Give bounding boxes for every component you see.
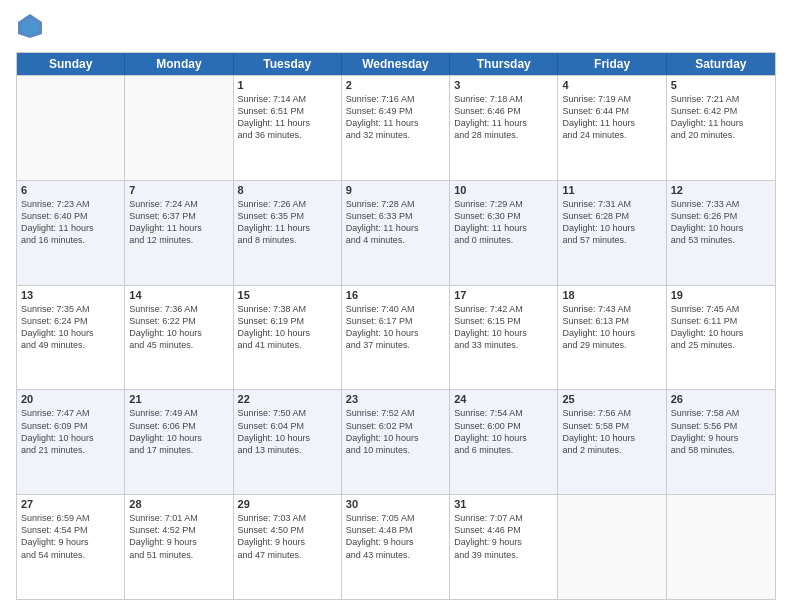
day-number: 17 <box>454 289 553 301</box>
day-number: 1 <box>238 79 337 91</box>
calendar-cell-r1c2: 8Sunrise: 7:26 AM Sunset: 6:35 PM Daylig… <box>234 181 342 285</box>
day-number: 31 <box>454 498 553 510</box>
day-number: 15 <box>238 289 337 301</box>
day-info: Sunrise: 7:24 AM Sunset: 6:37 PM Dayligh… <box>129 198 228 247</box>
header-day-thursday: Thursday <box>450 53 558 75</box>
calendar-row-4: 27Sunrise: 6:59 AM Sunset: 4:54 PM Dayli… <box>17 494 775 599</box>
calendar-cell-r0c5: 4Sunrise: 7:19 AM Sunset: 6:44 PM Daylig… <box>558 76 666 180</box>
day-info: Sunrise: 7:49 AM Sunset: 6:06 PM Dayligh… <box>129 407 228 456</box>
day-number: 24 <box>454 393 553 405</box>
day-info: Sunrise: 7:40 AM Sunset: 6:17 PM Dayligh… <box>346 303 445 352</box>
day-number: 10 <box>454 184 553 196</box>
day-number: 27 <box>21 498 120 510</box>
day-number: 11 <box>562 184 661 196</box>
calendar-cell-r0c4: 3Sunrise: 7:18 AM Sunset: 6:46 PM Daylig… <box>450 76 558 180</box>
calendar-cell-r2c3: 16Sunrise: 7:40 AM Sunset: 6:17 PM Dayli… <box>342 286 450 390</box>
calendar-cell-r3c3: 23Sunrise: 7:52 AM Sunset: 6:02 PM Dayli… <box>342 390 450 494</box>
calendar-cell-r2c1: 14Sunrise: 7:36 AM Sunset: 6:22 PM Dayli… <box>125 286 233 390</box>
calendar-cell-r0c6: 5Sunrise: 7:21 AM Sunset: 6:42 PM Daylig… <box>667 76 775 180</box>
day-info: Sunrise: 7:28 AM Sunset: 6:33 PM Dayligh… <box>346 198 445 247</box>
day-number: 22 <box>238 393 337 405</box>
day-number: 21 <box>129 393 228 405</box>
calendar-cell-r3c4: 24Sunrise: 7:54 AM Sunset: 6:00 PM Dayli… <box>450 390 558 494</box>
header-day-wednesday: Wednesday <box>342 53 450 75</box>
day-number: 7 <box>129 184 228 196</box>
day-number: 29 <box>238 498 337 510</box>
calendar-cell-r0c0 <box>17 76 125 180</box>
calendar-cell-r3c5: 25Sunrise: 7:56 AM Sunset: 5:58 PM Dayli… <box>558 390 666 494</box>
day-info: Sunrise: 7:45 AM Sunset: 6:11 PM Dayligh… <box>671 303 771 352</box>
day-info: Sunrise: 7:01 AM Sunset: 4:52 PM Dayligh… <box>129 512 228 561</box>
day-info: Sunrise: 7:52 AM Sunset: 6:02 PM Dayligh… <box>346 407 445 456</box>
day-info: Sunrise: 7:56 AM Sunset: 5:58 PM Dayligh… <box>562 407 661 456</box>
day-info: Sunrise: 7:38 AM Sunset: 6:19 PM Dayligh… <box>238 303 337 352</box>
day-info: Sunrise: 7:21 AM Sunset: 6:42 PM Dayligh… <box>671 93 771 142</box>
calendar-cell-r3c2: 22Sunrise: 7:50 AM Sunset: 6:04 PM Dayli… <box>234 390 342 494</box>
day-info: Sunrise: 7:19 AM Sunset: 6:44 PM Dayligh… <box>562 93 661 142</box>
calendar-cell-r4c3: 30Sunrise: 7:05 AM Sunset: 4:48 PM Dayli… <box>342 495 450 599</box>
calendar-row-1: 6Sunrise: 7:23 AM Sunset: 6:40 PM Daylig… <box>17 180 775 285</box>
day-number: 12 <box>671 184 771 196</box>
header-day-tuesday: Tuesday <box>234 53 342 75</box>
day-info: Sunrise: 6:59 AM Sunset: 4:54 PM Dayligh… <box>21 512 120 561</box>
day-info: Sunrise: 7:05 AM Sunset: 4:48 PM Dayligh… <box>346 512 445 561</box>
calendar-cell-r1c6: 12Sunrise: 7:33 AM Sunset: 6:26 PM Dayli… <box>667 181 775 285</box>
calendar-body: 1Sunrise: 7:14 AM Sunset: 6:51 PM Daylig… <box>17 75 775 599</box>
calendar-cell-r1c5: 11Sunrise: 7:31 AM Sunset: 6:28 PM Dayli… <box>558 181 666 285</box>
calendar-cell-r2c0: 13Sunrise: 7:35 AM Sunset: 6:24 PM Dayli… <box>17 286 125 390</box>
day-info: Sunrise: 7:26 AM Sunset: 6:35 PM Dayligh… <box>238 198 337 247</box>
calendar: SundayMondayTuesdayWednesdayThursdayFrid… <box>16 52 776 600</box>
logo <box>16 12 48 44</box>
header <box>16 12 776 44</box>
day-number: 2 <box>346 79 445 91</box>
day-info: Sunrise: 7:14 AM Sunset: 6:51 PM Dayligh… <box>238 93 337 142</box>
day-number: 5 <box>671 79 771 91</box>
header-day-friday: Friday <box>558 53 666 75</box>
day-number: 20 <box>21 393 120 405</box>
day-info: Sunrise: 7:36 AM Sunset: 6:22 PM Dayligh… <box>129 303 228 352</box>
day-number: 4 <box>562 79 661 91</box>
day-number: 26 <box>671 393 771 405</box>
calendar-header: SundayMondayTuesdayWednesdayThursdayFrid… <box>17 53 775 75</box>
calendar-cell-r3c0: 20Sunrise: 7:47 AM Sunset: 6:09 PM Dayli… <box>17 390 125 494</box>
day-number: 13 <box>21 289 120 301</box>
day-info: Sunrise: 7:31 AM Sunset: 6:28 PM Dayligh… <box>562 198 661 247</box>
day-number: 30 <box>346 498 445 510</box>
calendar-cell-r1c3: 9Sunrise: 7:28 AM Sunset: 6:33 PM Daylig… <box>342 181 450 285</box>
calendar-row-3: 20Sunrise: 7:47 AM Sunset: 6:09 PM Dayli… <box>17 389 775 494</box>
day-number: 23 <box>346 393 445 405</box>
header-day-monday: Monday <box>125 53 233 75</box>
calendar-cell-r2c5: 18Sunrise: 7:43 AM Sunset: 6:13 PM Dayli… <box>558 286 666 390</box>
day-info: Sunrise: 7:54 AM Sunset: 6:00 PM Dayligh… <box>454 407 553 456</box>
day-info: Sunrise: 7:03 AM Sunset: 4:50 PM Dayligh… <box>238 512 337 561</box>
calendar-cell-r0c2: 1Sunrise: 7:14 AM Sunset: 6:51 PM Daylig… <box>234 76 342 180</box>
calendar-cell-r4c2: 29Sunrise: 7:03 AM Sunset: 4:50 PM Dayli… <box>234 495 342 599</box>
calendar-cell-r4c1: 28Sunrise: 7:01 AM Sunset: 4:52 PM Dayli… <box>125 495 233 599</box>
calendar-cell-r0c3: 2Sunrise: 7:16 AM Sunset: 6:49 PM Daylig… <box>342 76 450 180</box>
calendar-cell-r4c5 <box>558 495 666 599</box>
day-info: Sunrise: 7:35 AM Sunset: 6:24 PM Dayligh… <box>21 303 120 352</box>
day-number: 6 <box>21 184 120 196</box>
day-info: Sunrise: 7:29 AM Sunset: 6:30 PM Dayligh… <box>454 198 553 247</box>
day-number: 16 <box>346 289 445 301</box>
day-number: 18 <box>562 289 661 301</box>
day-info: Sunrise: 7:58 AM Sunset: 5:56 PM Dayligh… <box>671 407 771 456</box>
day-number: 25 <box>562 393 661 405</box>
day-info: Sunrise: 7:33 AM Sunset: 6:26 PM Dayligh… <box>671 198 771 247</box>
calendar-cell-r4c6 <box>667 495 775 599</box>
day-info: Sunrise: 7:50 AM Sunset: 6:04 PM Dayligh… <box>238 407 337 456</box>
calendar-cell-r0c1 <box>125 76 233 180</box>
calendar-cell-r2c4: 17Sunrise: 7:42 AM Sunset: 6:15 PM Dayli… <box>450 286 558 390</box>
header-day-saturday: Saturday <box>667 53 775 75</box>
logo-icon <box>16 12 44 40</box>
day-number: 14 <box>129 289 228 301</box>
day-number: 28 <box>129 498 228 510</box>
day-info: Sunrise: 7:07 AM Sunset: 4:46 PM Dayligh… <box>454 512 553 561</box>
day-info: Sunrise: 7:42 AM Sunset: 6:15 PM Dayligh… <box>454 303 553 352</box>
day-info: Sunrise: 7:16 AM Sunset: 6:49 PM Dayligh… <box>346 93 445 142</box>
calendar-row-2: 13Sunrise: 7:35 AM Sunset: 6:24 PM Dayli… <box>17 285 775 390</box>
calendar-cell-r4c0: 27Sunrise: 6:59 AM Sunset: 4:54 PM Dayli… <box>17 495 125 599</box>
day-info: Sunrise: 7:47 AM Sunset: 6:09 PM Dayligh… <box>21 407 120 456</box>
page: SundayMondayTuesdayWednesdayThursdayFrid… <box>0 0 792 612</box>
header-day-sunday: Sunday <box>17 53 125 75</box>
